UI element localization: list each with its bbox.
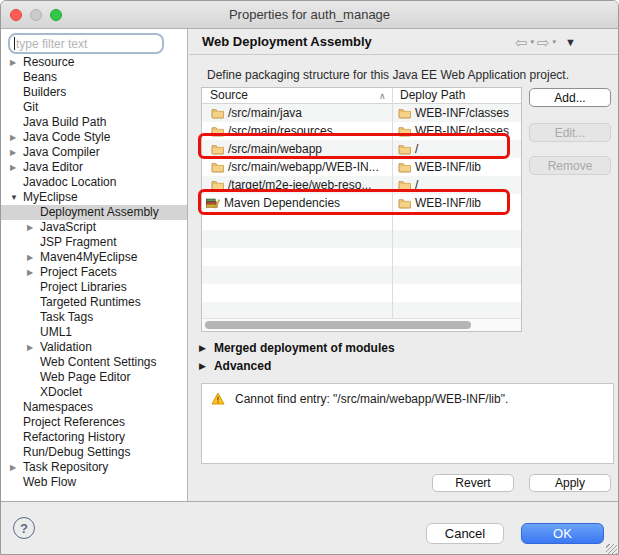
deploy-path-cell: WEB-INF/classes (392, 124, 521, 138)
column-header-source[interactable]: Source ∧ (202, 88, 392, 103)
sidebar-item-label: Namespaces (23, 400, 93, 415)
filter-input[interactable] (8, 33, 164, 54)
titlebar: Properties for auth_manage (1, 1, 618, 29)
column-header-deploy-path[interactable]: Deploy Path (392, 88, 521, 103)
back-arrow-icon[interactable]: ⇦ (515, 35, 528, 50)
sidebar-item-project-facets[interactable]: ▶Project Facets (1, 265, 187, 280)
maven-library-icon (206, 198, 220, 209)
sidebar-item-task-repository[interactable]: ▶Task Repository (1, 460, 187, 475)
revert-button[interactable]: Revert (432, 474, 514, 492)
deploy-path-label: WEB-INF/classes (415, 106, 509, 120)
sidebar-item-xdoclet[interactable]: XDoclet (1, 385, 187, 400)
sidebar-item-resource[interactable]: ▶Resource (1, 55, 187, 70)
sidebar-item-jsp-fragment[interactable]: JSP Fragment (1, 235, 187, 250)
sidebar-item-javadoc-location[interactable]: Javadoc Location (1, 175, 187, 190)
sidebar-item-run-debug-settings[interactable]: Run/Debug Settings (1, 445, 187, 460)
sidebar-item-label: Java Code Style (23, 130, 110, 145)
horizontal-scrollbar[interactable] (202, 318, 521, 331)
sidebar-item-builders[interactable]: Builders (1, 85, 187, 100)
sidebar-item-task-tags[interactable]: Task Tags (1, 310, 187, 325)
cancel-button[interactable]: Cancel (426, 523, 504, 544)
chevron-expanded-icon[interactable]: ▼ (10, 190, 23, 205)
help-button[interactable]: ? (13, 517, 35, 539)
folder-icon (398, 108, 411, 119)
page-description: Define packaging structure for this Java… (207, 68, 569, 82)
table-row-maven-dependencies[interactable]: Maven DependenciesWEB-INF/lib (202, 194, 521, 212)
sidebar-item-label: Task Repository (23, 460, 108, 475)
horizontal-scrollbar-thumb[interactable] (205, 321, 471, 329)
folder-icon (398, 126, 411, 137)
sidebar-item-targeted-runtimes[interactable]: Targeted Runtimes (1, 295, 187, 310)
sidebar-item-uml1[interactable]: UML1 (1, 325, 187, 340)
sidebar-item-git[interactable]: Git (1, 100, 187, 115)
chevron-collapsed-icon[interactable]: ▶ (27, 220, 40, 235)
section-advanced[interactable]: ▶ Advanced (199, 359, 271, 373)
source-cell: /target/m2e-jee/web-reso... (202, 178, 392, 192)
resize-grip[interactable] (606, 544, 617, 555)
table-row-src-main-resources[interactable]: /src/main/resourcesWEB-INF/classes (202, 122, 521, 140)
back-dropdown-icon[interactable]: ▾ (531, 38, 535, 46)
folder-icon (211, 180, 224, 191)
sidebar-item-web-content-settings[interactable]: Web Content Settings (1, 355, 187, 370)
sidebar-item-beans[interactable]: Beans (1, 70, 187, 85)
sidebar-item-label: Project Facets (40, 265, 117, 280)
table-row-target-m2e-jee-web-reso[interactable]: /target/m2e-jee/web-reso.../ (202, 176, 521, 194)
disclosure-triangle-icon[interactable]: ▶ (199, 343, 206, 353)
ok-button[interactable]: OK (521, 523, 604, 544)
add-button[interactable]: Add... (529, 88, 611, 107)
sidebar-item-label: Project Libraries (40, 280, 127, 295)
chevron-collapsed-icon[interactable]: ▶ (10, 55, 23, 70)
chevron-collapsed-icon[interactable]: ▶ (10, 130, 23, 145)
column-divider[interactable] (392, 88, 393, 318)
sidebar-item-label: Web Content Settings (40, 355, 157, 370)
forward-arrow-icon[interactable]: ⇨ (537, 35, 550, 50)
sidebar-item-java-compiler[interactable]: ▶Java Compiler (1, 145, 187, 160)
apply-button[interactable]: Apply (529, 474, 611, 492)
zoom-window-icon[interactable] (50, 9, 62, 21)
empty-rows-stripes (202, 212, 521, 318)
warning-triangle-icon (211, 392, 225, 405)
chevron-collapsed-icon[interactable]: ▶ (10, 460, 23, 475)
sidebar-item-refactoring-history[interactable]: Refactoring History (1, 430, 187, 445)
properties-dialog: Properties for auth_manage ▶ResourceBean… (0, 0, 619, 555)
sidebar-item-project-libraries[interactable]: Project Libraries (1, 280, 187, 295)
sidebar-item-web-flow[interactable]: Web Flow (1, 475, 187, 490)
chevron-collapsed-icon[interactable]: ▶ (27, 340, 40, 355)
sidebar-item-label: Builders (23, 85, 66, 100)
disclosure-triangle-icon[interactable]: ▶ (199, 361, 206, 371)
source-cell: /src/main/resources (202, 124, 392, 138)
sidebar-item-deployment-assembly[interactable]: Deployment Assembly (1, 205, 187, 220)
table-body: /src/main/javaWEB-INF/classes/src/main/r… (202, 104, 521, 212)
table-row-src-main-webapp-web-in[interactable]: /src/main/webapp/WEB-IN...WEB-INF/lib (202, 158, 521, 176)
sidebar-item-validation[interactable]: ▶Validation (1, 340, 187, 355)
view-menu-icon[interactable]: ▼ (565, 36, 576, 48)
edit-button[interactable]: Edit... (529, 123, 611, 142)
close-window-icon[interactable] (10, 9, 22, 21)
sidebar-item-project-references[interactable]: Project References (1, 415, 187, 430)
chevron-collapsed-icon[interactable]: ▶ (27, 265, 40, 280)
sidebar-item-web-page-editor[interactable]: Web Page Editor (1, 370, 187, 385)
minimize-window-icon (30, 9, 42, 21)
sidebar: ▶ResourceBeansBuildersGitJava Build Path… (1, 29, 188, 501)
source-label: Maven Dependencies (224, 196, 340, 210)
remove-button[interactable]: Remove (529, 156, 611, 175)
sidebar-item-namespaces[interactable]: Namespaces (1, 400, 187, 415)
sidebar-item-label: MyEclipse (23, 190, 78, 205)
chevron-collapsed-icon[interactable]: ▶ (27, 250, 40, 265)
folder-icon (398, 180, 411, 191)
table-row-src-main-webapp[interactable]: /src/main/webapp/ (202, 140, 521, 158)
folder-icon (211, 108, 224, 119)
sidebar-item-java-editor[interactable]: ▶Java Editor (1, 160, 187, 175)
section-merged-deployment[interactable]: ▶ Merged deployment of modules (199, 341, 395, 355)
sidebar-item-maven4myeclipse[interactable]: ▶Maven4MyEclipse (1, 250, 187, 265)
chevron-collapsed-icon[interactable]: ▶ (10, 145, 23, 160)
forward-dropdown-icon[interactable]: ▾ (553, 38, 557, 46)
sidebar-item-java-code-style[interactable]: ▶Java Code Style (1, 130, 187, 145)
chevron-collapsed-icon[interactable]: ▶ (10, 160, 23, 175)
sidebar-item-java-build-path[interactable]: Java Build Path (1, 115, 187, 130)
sidebar-item-myeclipse[interactable]: ▼MyEclipse (1, 190, 187, 205)
sidebar-item-label: Web Flow (23, 475, 76, 490)
table-row-src-main-java[interactable]: /src/main/javaWEB-INF/classes (202, 104, 521, 122)
sidebar-item-javascript[interactable]: ▶JavaScript (1, 220, 187, 235)
deploy-path-label: / (415, 178, 418, 192)
